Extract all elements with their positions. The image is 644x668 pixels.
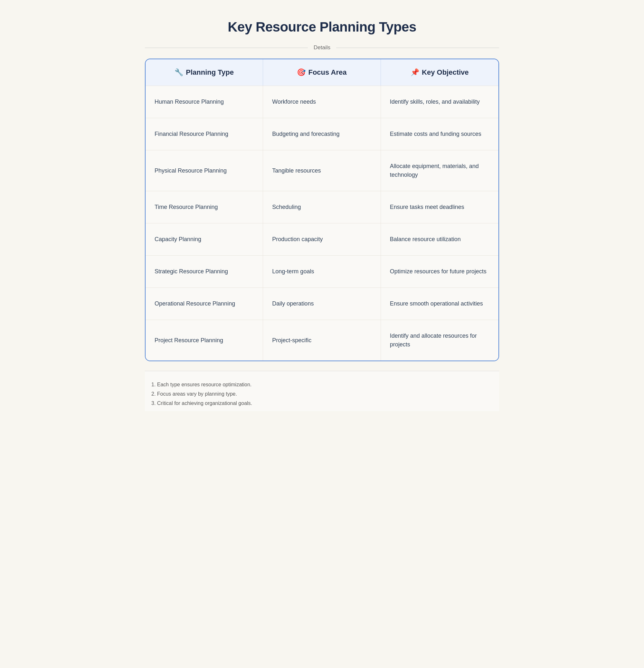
cell-key-objective: Identify and allocate resources for proj…: [381, 320, 498, 361]
section-line-right: [336, 48, 499, 48]
cell-key-objective: Ensure tasks meet deadlines: [381, 191, 498, 223]
main-container: Key Resource Planning Types Details 🔧 Pl…: [145, 19, 499, 411]
table-row: Financial Resource PlanningBudgeting and…: [146, 118, 498, 150]
cell-focus-area: Daily operations: [263, 288, 380, 320]
cell-focus-area: Project-specific: [263, 320, 380, 361]
cell-key-objective: Allocate equipment, materials, and techn…: [381, 150, 498, 191]
table-row: Human Resource PlanningWorkforce needsId…: [146, 86, 498, 118]
header-col3-label: Key Objective: [422, 68, 469, 77]
header-key-objective: 📌 Key Objective: [381, 59, 498, 86]
table-row: Strategic Resource PlanningLong-term goa…: [146, 255, 498, 288]
section-label-wrapper: Details: [145, 44, 499, 51]
cell-focus-area: Production capacity: [263, 224, 380, 255]
cell-planning-type: Human Resource Planning: [146, 86, 263, 118]
cell-key-objective: Optimize resources for future projects: [381, 256, 498, 288]
cell-planning-type: Operational Resource Planning: [146, 288, 263, 320]
cell-key-objective: Identify skills, roles, and availability: [381, 86, 498, 118]
table-row: Capacity PlanningProduction capacityBala…: [146, 223, 498, 255]
header-col2-label: Focus Area: [308, 68, 346, 77]
cell-key-objective: Ensure smooth operational activities: [381, 288, 498, 320]
table-row: Time Resource PlanningSchedulingEnsure t…: [146, 191, 498, 223]
table-row: Operational Resource PlanningDaily opera…: [146, 288, 498, 320]
cell-planning-type: Strategic Resource Planning: [146, 256, 263, 288]
table-row: Project Resource PlanningProject-specifi…: [146, 320, 498, 361]
cell-planning-type: Financial Resource Planning: [146, 118, 263, 150]
footer-note: 1. Each type ensures resource optimizati…: [151, 380, 493, 390]
main-table: 🔧 Planning Type 🎯 Focus Area 📌 Key Objec…: [145, 59, 499, 361]
table-body: Human Resource PlanningWorkforce needsId…: [146, 86, 498, 361]
header-focus-area: 🎯 Focus Area: [263, 59, 380, 86]
cell-planning-type: Capacity Planning: [146, 224, 263, 255]
cell-key-objective: Estimate costs and funding sources: [381, 118, 498, 150]
cell-key-objective: Balance resource utilization: [381, 224, 498, 255]
cell-focus-area: Budgeting and forecasting: [263, 118, 380, 150]
cell-focus-area: Long-term goals: [263, 256, 380, 288]
table-header: 🔧 Planning Type 🎯 Focus Area 📌 Key Objec…: [146, 59, 498, 86]
cell-focus-area: Tangible resources: [263, 150, 380, 191]
footer-note: 3. Critical for achieving organizational…: [151, 399, 493, 408]
header-planning-type: 🔧 Planning Type: [146, 59, 263, 86]
cell-focus-area: Scheduling: [263, 191, 380, 223]
pin-icon: 📌: [410, 68, 419, 77]
target-icon: 🎯: [297, 68, 305, 77]
page-title: Key Resource Planning Types: [145, 19, 499, 35]
table-row: Physical Resource PlanningTangible resou…: [146, 150, 498, 191]
footer-note: 2. Focus areas vary by planning type.: [151, 390, 493, 399]
section-line-left: [145, 48, 308, 48]
header-col1-label: Planning Type: [186, 68, 234, 77]
section-label: Details: [308, 44, 336, 51]
wrench-icon: 🔧: [175, 68, 183, 77]
footer-notes: 1. Each type ensures resource optimizati…: [145, 371, 499, 411]
cell-planning-type: Time Resource Planning: [146, 191, 263, 223]
cell-focus-area: Workforce needs: [263, 86, 380, 118]
cell-planning-type: Physical Resource Planning: [146, 150, 263, 191]
cell-planning-type: Project Resource Planning: [146, 320, 263, 361]
